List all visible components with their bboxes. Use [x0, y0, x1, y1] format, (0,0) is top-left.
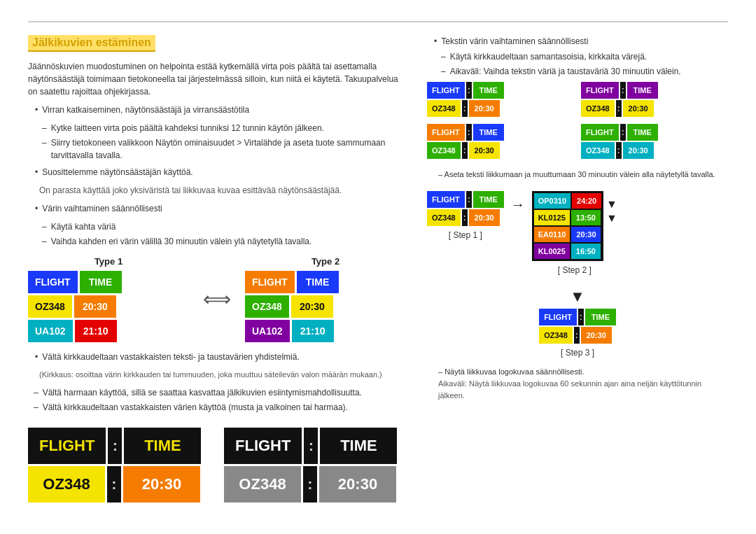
step1-panel: FLIGHT : TIME OZ348 : 20:30 — [427, 191, 504, 226]
step1-time: TIME — [473, 191, 504, 208]
mp3-oz348: OZ348 — [427, 142, 461, 159]
lp1-data: OZ348 : 20:30 — [28, 466, 210, 503]
bullet-2: Suosittelemme näytönsäästäjän käyttöä. — [35, 166, 406, 178]
step3-label: [ Step 3 ] — [561, 348, 594, 358]
mp3-colon2: : — [462, 142, 468, 159]
mp2-header: FLIGHT : TIME — [581, 82, 728, 99]
t1-flight-cell: FLIGHT — [28, 271, 78, 293]
step1-2030: 20:30 — [469, 209, 500, 226]
mp1-time: TIME — [473, 82, 504, 99]
step3-time: TIME — [585, 309, 616, 325]
step1-label: [ Step 1 ] — [449, 230, 482, 240]
step2-label: [ Step 2 ] — [558, 265, 592, 275]
mp4-data: OZ348 : 20:30 — [581, 142, 728, 159]
t2-ua102-cell: UA102 — [245, 320, 290, 342]
bullet-2-note: On parasta käyttää joko yksiväristä tai … — [28, 184, 406, 197]
t2-flight-cell: FLIGHT — [245, 271, 295, 293]
avoid-dashes: Vältä harmaan käyttöä, sillä se saattaa … — [28, 386, 406, 414]
s2-op0310: OP0310 — [534, 193, 570, 209]
step3-header: FLIGHT : TIME — [539, 309, 616, 325]
step3-colon2: : — [574, 327, 580, 344]
mp4-flight: FLIGHT — [581, 124, 619, 141]
down-arrows: ▼ ▼ — [606, 191, 617, 225]
right-bullet-list: Tekstin värin vaihtaminen säännöllisesti — [427, 35, 728, 48]
bullet-1: Virran katkaiseminen, näytönsäästäjä ja … — [35, 104, 406, 116]
t2-2030-cell: 20:30 — [291, 295, 333, 318]
t1-data-row1: OZ348 20:30 — [28, 295, 189, 318]
mp4-colon1: : — [620, 124, 626, 141]
avoid-note: (Kirkkaus: osoittaa värin kirkkauden tai… — [28, 369, 406, 381]
lp1-oz348: OZ348 — [28, 466, 105, 503]
lp1-colon1: : — [108, 428, 122, 464]
mp1-2030: 20:30 — [469, 100, 500, 117]
mp2-data: OZ348 : 20:30 — [581, 100, 728, 117]
lp1-colon2: : — [107, 466, 121, 503]
dash-1-2: Siirry tietokoneen valikkoon Näytön omin… — [42, 136, 406, 162]
step-note: – Aseta teksti liikkumaan ja muuttumaan … — [427, 169, 728, 181]
mp3-data: OZ348 : 20:30 — [427, 142, 574, 159]
t1-data-row2: UA102 21:10 — [28, 320, 189, 342]
step-diagram: FLIGHT : TIME OZ348 : 20:30 [ Step 1 ] → — [427, 191, 728, 275]
t1-ua102-cell: UA102 — [28, 320, 73, 342]
mp4-oz348: OZ348 — [581, 142, 615, 159]
type1-block: Type 1 FLIGHT TIME OZ348 20:30 — [28, 256, 189, 342]
lp2-2030: 20:30 — [319, 466, 396, 503]
mp2-flight: FLIGHT — [581, 82, 619, 99]
step2-content: OP0310 24:20 KL0125 13:50 EA0110 20:30 — [532, 191, 617, 261]
step1-data: OZ348 : 20:30 — [427, 209, 504, 226]
mini-panel-4: FLIGHT : TIME OZ348 : 20:30 — [581, 124, 728, 159]
mini-panel-2: FLIGHT : TIME OZ348 : 20:30 — [581, 82, 728, 117]
type1-label: Type 1 — [28, 256, 189, 267]
down-arrow-2: ▼ — [606, 212, 617, 225]
lp2-time: TIME — [320, 428, 397, 464]
step1-flight: FLIGHT — [427, 191, 465, 208]
bullet-2-list: Suosittelemme näytönsäästäjän käyttöä. — [28, 166, 406, 178]
step2-panel: OP0310 24:20 KL0125 13:50 EA0110 20:30 — [532, 191, 603, 261]
right-dashes: Käytä kirkkaudeltaan samantasoisia, kirk… — [427, 50, 728, 78]
s2-row1: OP0310 24:20 — [534, 193, 601, 209]
type2-panel: FLIGHT TIME OZ348 20:30 UA102 21:10 — [245, 271, 406, 342]
lp2-oz348: OZ348 — [224, 466, 301, 503]
down-arrow-1: ▼ — [606, 198, 617, 211]
s2-row2: KL0125 13:50 — [534, 210, 601, 225]
t2-data-row2: UA102 21:10 — [245, 320, 406, 342]
mp4-time: TIME — [627, 124, 658, 141]
bottom-panels: FLIGHT : TIME OZ348 : 20:30 FLIGHT : — [28, 428, 406, 503]
type-swap-arrow: ⟺ — [203, 288, 231, 311]
lp2-colon1: : — [304, 428, 318, 464]
top-divider — [28, 21, 728, 22]
mp1-flight: FLIGHT — [427, 82, 465, 99]
s2-1350: 13:50 — [571, 210, 601, 225]
mp2-2030: 20:30 — [623, 100, 654, 117]
t2-header-row: FLIGHT TIME — [245, 271, 406, 293]
mp2-time: TIME — [627, 82, 658, 99]
type2-block: Type 2 FLIGHT TIME OZ348 20:30 UA102 21: — [245, 256, 406, 342]
s2-row4: KL0025 16:50 — [534, 244, 601, 259]
step3-data: OZ348 : 20:30 — [539, 327, 616, 344]
mp4-2030: 20:30 — [623, 142, 654, 159]
mp2-colon2: : — [616, 100, 622, 117]
sub-dashes-1: Kytke laitteen virta pois päältä kahdeks… — [28, 122, 406, 162]
mp2-oz348: OZ348 — [581, 100, 615, 117]
mini-panel-3: FLIGHT : TIME OZ348 : 20:30 — [427, 124, 574, 159]
t1-time-cell: TIME — [80, 271, 122, 293]
mp1-colon2: : — [462, 100, 468, 117]
color-dash-2: Vaihda kahden eri värin välillä 30 minuu… — [42, 235, 406, 248]
main-bullets: Virran katkaiseminen, näytönsäästäjä ja … — [28, 104, 406, 116]
mp1-header: FLIGHT : TIME — [427, 82, 574, 99]
color-grid: FLIGHT : TIME OZ348 : 20:30 FLIGHT : — [427, 82, 728, 159]
mp3-header: FLIGHT : TIME — [427, 124, 574, 141]
s2-1650: 16:50 — [571, 244, 601, 259]
avoid-bullet-1: Vältä kirkkaudeltaan vastakkaisten tekst… — [35, 351, 406, 363]
types-row: Type 1 FLIGHT TIME OZ348 20:30 — [28, 256, 406, 342]
step3-2030: 20:30 — [581, 327, 612, 344]
t2-data-row1: OZ348 20:30 — [245, 295, 406, 318]
step1-header: FLIGHT : TIME — [427, 191, 504, 208]
large-panel-1: FLIGHT : TIME OZ348 : 20:30 — [28, 428, 210, 503]
avoid-bullets: Vältä kirkkaudeltaan vastakkaisten tekst… — [28, 351, 406, 363]
s2-kl0125: KL0125 — [534, 210, 570, 225]
final-bullet: – Näytä liikkuvaa logokuvaa säännöllises… — [427, 366, 728, 379]
mp3-colon1: : — [466, 124, 472, 141]
s2-row3: EA0110 20:30 — [534, 227, 601, 242]
lp2-header: FLIGHT : TIME — [224, 428, 406, 464]
